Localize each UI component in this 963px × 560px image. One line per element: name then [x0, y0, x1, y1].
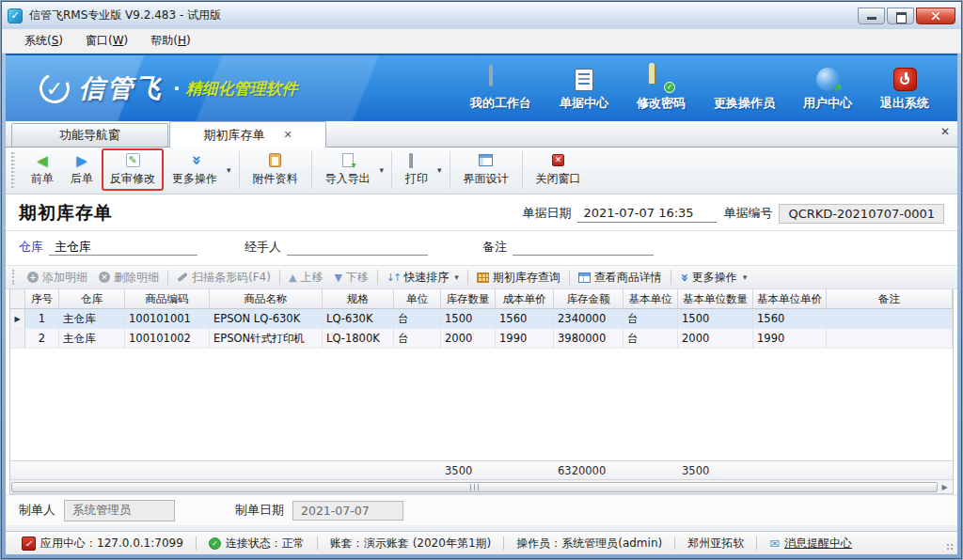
table-cell[interactable]: 2000 — [441, 329, 496, 348]
dropdown-caret-icon[interactable]: ▾ — [380, 165, 385, 175]
column-header[interactable]: 仓库 — [59, 289, 125, 308]
column-header[interactable]: 成本单价 — [496, 289, 554, 308]
message-center-link[interactable]: ✉ 消息提醒中心 — [757, 536, 864, 552]
table-cell[interactable]: 主仓库 — [59, 329, 125, 348]
table-row[interactable]: 2主仓库100101002EPSON针式打印机LQ-1800K台20001990… — [10, 329, 953, 349]
status-operator: 操作员：系统管理员(admin) — [504, 536, 674, 552]
dropdown-caret-icon[interactable]: ▾ — [437, 165, 442, 175]
column-header[interactable]: 商品名称 — [210, 289, 323, 308]
print-button[interactable]: 打印 ▾ — [397, 148, 445, 191]
minimize-button[interactable] — [858, 8, 885, 24]
column-header[interactable]: 备注 — [827, 289, 953, 308]
banner-item-workbench[interactable]: 我的工作台 — [470, 65, 531, 112]
banner-item-user-center[interactable]: 用户中心 — [803, 65, 852, 112]
import-export-button[interactable]: 导入导出 ▾ — [317, 148, 387, 191]
table-cell[interactable]: 台 — [624, 329, 678, 348]
ui-design-button[interactable]: 界面设计 — [455, 148, 517, 191]
column-header[interactable]: 单位 — [394, 289, 441, 308]
menu-help[interactable]: 帮助(H) — [139, 29, 201, 53]
menu-system[interactable]: 系统(S) — [13, 29, 74, 53]
product-detail-button[interactable]: 查看商品详情 — [573, 268, 668, 288]
status-vendor: 郑州亚拓软 — [675, 536, 756, 552]
toolbar-drag-handle[interactable] — [11, 152, 15, 188]
table-cell[interactable]: 1 — [25, 309, 59, 328]
quick-sort-button[interactable]: ↓↑快速排序▾ — [381, 268, 465, 288]
table-cell[interactable]: LQ-1800K — [323, 329, 394, 348]
table-cell[interactable]: 1990 — [753, 329, 827, 348]
resize-grip-icon[interactable] — [946, 543, 955, 552]
table-cell[interactable]: 100101001 — [125, 309, 210, 328]
move-up-button[interactable]: ▲上移 — [283, 268, 328, 288]
maximize-button[interactable] — [887, 8, 914, 24]
table-cell[interactable]: 100101002 — [125, 329, 210, 348]
column-header[interactable]: 库存数量 — [441, 289, 496, 308]
table-cell[interactable]: EPSON LQ-630K — [210, 309, 323, 328]
menu-bar: 系统(S) 窗口(W) 帮助(H) — [2, 29, 961, 54]
table-cell[interactable]: 2340000 — [554, 309, 624, 328]
table-cell[interactable]: 台 — [624, 309, 678, 328]
dropdown-caret-icon[interactable]: ▾ — [227, 165, 231, 175]
banner-item-switch-operator[interactable]: 更换操作员 — [714, 65, 775, 112]
table-cell[interactable]: 台 — [394, 309, 441, 328]
tab-close-icon[interactable]: ✕ — [283, 129, 292, 141]
next-doc-button[interactable]: ▶后单 — [62, 148, 102, 191]
table-cell[interactable]: 主仓库 — [59, 309, 125, 328]
tabpane-close-icon[interactable]: ✕ — [940, 125, 950, 138]
tab-opening-inventory[interactable]: 期初库存单 ✕ — [169, 121, 326, 148]
tab-function-nav[interactable]: 功能导航窗 — [11, 123, 168, 147]
total-cell: 6320000 — [554, 461, 624, 479]
remark-field[interactable] — [513, 239, 654, 256]
doc-date-field[interactable]: 2021-07-07 16:35 — [577, 205, 717, 223]
prev-doc-button[interactable]: ◀前单 — [23, 148, 62, 191]
table-cell[interactable]: 3980000 — [554, 329, 624, 348]
column-header[interactable]: 序号 — [25, 289, 59, 308]
toolbar-separator — [391, 151, 392, 189]
table-cell[interactable]: 2000 — [678, 329, 753, 348]
barcode-scan-button[interactable]: 扫描条形码(F4) — [171, 268, 276, 288]
scroll-right-arrow-icon[interactable]: ▶ — [938, 483, 952, 491]
banner-item-exit[interactable]: 退出系统 — [880, 65, 929, 112]
inventory-grid: 序号仓库商品编码商品名称规格单位库存数量成本单价库存金额基本单位基本单位数量基本… — [9, 289, 954, 494]
table-cell[interactable] — [827, 329, 953, 348]
table-cell[interactable]: 2 — [25, 329, 59, 348]
table-row[interactable]: ▶1主仓库100101001EPSON LQ-630KLQ-630K台15001… — [10, 309, 953, 329]
more-actions-chevron-icon: « — [186, 155, 202, 165]
banner-item-document-center[interactable]: 单据中心 — [560, 65, 608, 112]
banner-item-change-password[interactable]: ✓ 修改密码 — [637, 65, 686, 112]
scrollbar-thumb[interactable] — [11, 482, 938, 492]
table-cell[interactable]: 1560 — [753, 309, 827, 328]
table-cell[interactable]: 1990 — [496, 329, 554, 348]
column-header[interactable]: 商品编码 — [125, 289, 210, 308]
close-window-button[interactable]: ✕关闭窗口 — [528, 148, 590, 191]
column-header[interactable]: 基本单位单价 — [753, 289, 827, 308]
table-cell[interactable]: 台 — [394, 329, 441, 348]
menu-window[interactable]: 窗口(W) — [74, 29, 139, 53]
column-header[interactable]: 基本单位 — [624, 289, 678, 308]
handler-field[interactable] — [287, 239, 428, 256]
toolbar-separator — [569, 270, 570, 285]
table-cell[interactable]: 1500 — [441, 309, 496, 328]
column-header[interactable]: 基本单位数量 — [678, 289, 753, 308]
footer-form: 制单人 系统管理员 制单日期 2021-07-07 — [6, 494, 957, 525]
close-button[interactable] — [916, 8, 955, 24]
table-cell[interactable] — [827, 309, 953, 328]
table-cell[interactable]: 1500 — [678, 309, 753, 328]
attachments-button[interactable]: 附件资料 — [245, 148, 307, 191]
table-cell[interactable]: 1560 — [496, 309, 554, 328]
table-cell[interactable]: LQ-630K — [323, 309, 394, 328]
column-header[interactable]: 规格 — [323, 289, 394, 308]
horizontal-scrollbar[interactable]: ▶ — [10, 479, 953, 493]
unaudit-edit-button[interactable]: ✎反审修改 — [102, 148, 164, 191]
status-app-center: ✓ 应用中心：127.0.0.1:7099 — [9, 536, 196, 552]
move-down-button[interactable]: ▼下移 — [328, 268, 373, 288]
detail-toolbar-drag-handle[interactable] — [12, 270, 15, 285]
delete-row-button[interactable]: ✕删除明细 — [93, 268, 165, 288]
table-cell[interactable]: EPSON针式打印机 — [210, 329, 323, 348]
stock-query-button[interactable]: 期初库存查询 — [471, 268, 566, 288]
grid-empty-area — [10, 349, 953, 460]
more-actions-button[interactable]: «更多操作 ▾ — [164, 148, 234, 191]
add-row-button[interactable]: +添加明细 — [22, 268, 93, 288]
detail-more-actions-button[interactable]: «更多操作▾ — [674, 268, 753, 288]
column-header[interactable]: 库存金额 — [554, 289, 624, 308]
warehouse-field[interactable]: 主仓库 — [49, 239, 197, 256]
